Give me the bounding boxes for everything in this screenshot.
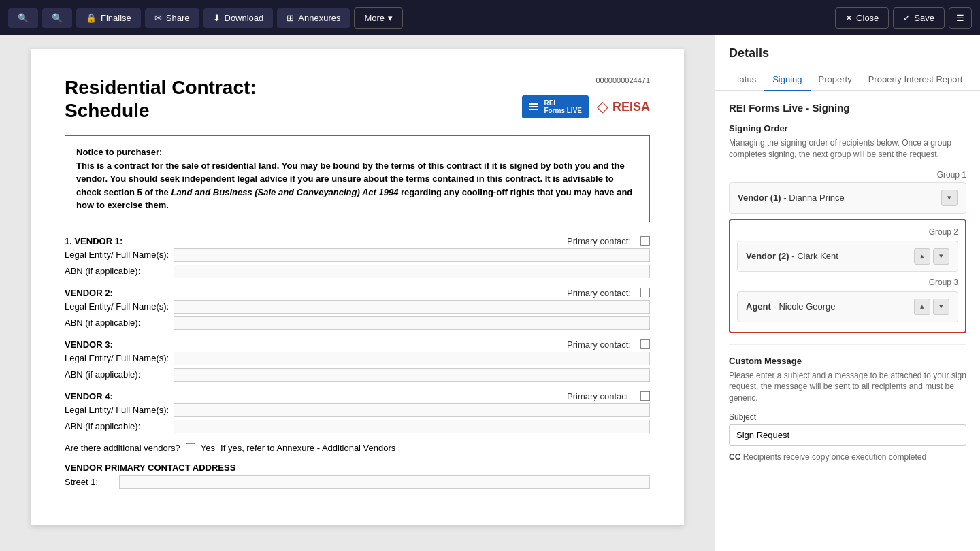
abn-label-1: ABN (if applicable): bbox=[65, 266, 174, 276]
vendor-4-abn-input[interactable] bbox=[174, 420, 650, 433]
vendor-4-block: VENDOR 4: Primary contact: Legal Entity/… bbox=[65, 391, 650, 433]
vendor-2-legal-input[interactable] bbox=[174, 300, 650, 314]
vendor-1-primary-checkbox[interactable] bbox=[640, 236, 650, 246]
sidebar-title: Details bbox=[729, 46, 966, 61]
rei-forms-logo: REIForms LIVE bbox=[522, 95, 589, 118]
save-button[interactable]: ✓ Save bbox=[893, 7, 945, 29]
tab-property[interactable]: Property bbox=[811, 69, 860, 91]
document-header: Residential Contract: Schedule 000000002… bbox=[65, 76, 650, 122]
custom-message-section: Custom Message Please enter a subject an… bbox=[729, 344, 966, 462]
sidebar-content: REI Forms Live - Signing Signing Order M… bbox=[715, 91, 980, 473]
notice-box: Notice to purchaser: This is a contract … bbox=[65, 135, 650, 222]
vendor-1-down-arrow[interactable]: ▾ bbox=[941, 190, 958, 206]
chevron-down-icon: ▾ bbox=[388, 13, 393, 23]
vendor-3-primary-checkbox[interactable] bbox=[640, 339, 650, 349]
vendor-1-block: 1. VENDOR 1: Primary contact: Legal Enti… bbox=[65, 236, 650, 278]
annexure-label: If yes, refer to Annexure - Additional V… bbox=[220, 443, 395, 453]
hamburger-icon: ☰ bbox=[956, 13, 964, 23]
vendor-4-primary-contact: Primary contact: bbox=[567, 391, 650, 401]
vendor-1-abn-input[interactable] bbox=[174, 265, 650, 278]
vendor-2-block: VENDOR 2: Primary contact: Legal Entity/… bbox=[65, 288, 650, 330]
vendor-2-down-arrow[interactable]: ▾ bbox=[933, 248, 949, 265]
subject-input[interactable] bbox=[729, 424, 966, 446]
legal-entity-label-3: Legal Entity/ Full Name(s): bbox=[65, 353, 174, 363]
document-area: Residential Contract: Schedule 000000002… bbox=[0, 35, 715, 551]
street-input[interactable] bbox=[119, 475, 650, 489]
custom-message-title: Custom Message bbox=[729, 356, 966, 366]
street-label: Street 1: bbox=[65, 477, 119, 487]
vendor-1-legal-input[interactable] bbox=[174, 248, 650, 262]
yes-label: Yes bbox=[201, 443, 215, 453]
vendor-2-recipient-name: Vendor (2) - Clark Kent bbox=[746, 251, 838, 261]
tab-status[interactable]: tatus bbox=[729, 69, 764, 91]
download-icon: ⬇ bbox=[213, 13, 220, 23]
subject-label: Subject bbox=[729, 412, 966, 422]
vendor-1-arrows: ▾ bbox=[941, 190, 958, 206]
share-button[interactable]: ✉ Share bbox=[145, 8, 199, 28]
legal-entity-label-4: Legal Entity/ Full Name(s): bbox=[65, 405, 174, 415]
agent-recipient-name: Agent - Nicole George bbox=[746, 301, 836, 312]
vendor-4-legal-row: Legal Entity/ Full Name(s): bbox=[65, 403, 650, 417]
close-label: Close bbox=[856, 13, 879, 23]
vendor-4-legal-input[interactable] bbox=[174, 403, 650, 417]
vendor-3-legal-input[interactable] bbox=[174, 352, 650, 365]
share-label: Share bbox=[166, 13, 190, 23]
vendor-1-primary-contact: Primary contact: bbox=[567, 236, 650, 246]
sidebar: Details tatus Signing Property Property … bbox=[715, 35, 980, 551]
cc-label: CC bbox=[729, 452, 740, 462]
vendor-1-recipient-name: Vendor (1) - Dianna Prince bbox=[738, 193, 845, 203]
sidebar-tabs: tatus Signing Property Property Interest… bbox=[715, 69, 980, 91]
vendor-4-label: VENDOR 4: bbox=[65, 391, 174, 401]
search-button[interactable]: 🔍 bbox=[8, 8, 38, 28]
vendor-2-abn-input[interactable] bbox=[174, 316, 650, 330]
signing-order-title: Signing Order bbox=[729, 123, 966, 133]
vendor-2-abn-row: ABN (if applicable): bbox=[65, 316, 650, 330]
additional-vendors-checkbox[interactable] bbox=[186, 443, 195, 452]
title-text: Residential Contract: Schedule bbox=[65, 76, 257, 122]
check-icon: ✓ bbox=[903, 13, 911, 23]
lock-icon: 🔒 bbox=[86, 13, 97, 23]
group-2-3-container: Group 2 Vendor (2) - Clark Kent ▴ ▾ Grou… bbox=[729, 219, 966, 333]
tab-property-interest-report[interactable]: Property Interest Report bbox=[860, 69, 971, 91]
vendor-2-primary-contact: Primary contact: bbox=[567, 288, 650, 298]
download-label: Download bbox=[225, 13, 264, 23]
more-button[interactable]: More ▾ bbox=[354, 7, 403, 29]
vendor-3-abn-input[interactable] bbox=[174, 368, 650, 382]
annexures-button[interactable]: ⊞ Annexures bbox=[277, 8, 350, 28]
street-row: Street 1: bbox=[65, 475, 650, 489]
vendor-4-row: VENDOR 4: Primary contact: bbox=[65, 391, 650, 401]
vendor-4-primary-checkbox[interactable] bbox=[640, 391, 650, 401]
agent-up-arrow[interactable]: ▴ bbox=[914, 299, 930, 315]
vendor-2-recipient-row: Vendor (2) - Clark Kent ▴ ▾ bbox=[737, 241, 958, 272]
abn-label-3: ABN (if applicable): bbox=[65, 369, 174, 380]
zoom-icon: 🔍 bbox=[52, 13, 63, 23]
vendor-2-up-arrow[interactable]: ▴ bbox=[914, 248, 930, 265]
group-3-block: Group 3 Agent - Nicole George ▴ ▾ bbox=[737, 278, 958, 322]
additional-vendors-label: Are there additional vendors? bbox=[65, 443, 180, 453]
download-button[interactable]: ⬇ Download bbox=[203, 8, 274, 28]
sidebar-section-title: REI Forms Live - Signing bbox=[729, 102, 966, 114]
tab-signing[interactable]: Signing bbox=[764, 69, 810, 91]
legal-entity-label-1: Legal Entity/ Full Name(s): bbox=[65, 250, 174, 260]
vendor-3-legal-row: Legal Entity/ Full Name(s): bbox=[65, 352, 650, 365]
finalise-label: Finalise bbox=[101, 13, 131, 23]
share-icon: ✉ bbox=[154, 13, 162, 23]
legal-entity-label-2: Legal Entity/ Full Name(s): bbox=[65, 301, 174, 312]
document-logos: 0000000024471 REIForms LIVE ◇ REISA bbox=[522, 76, 650, 118]
agent-down-arrow[interactable]: ▾ bbox=[933, 299, 949, 315]
additional-vendors-row: Are there additional vendors? Yes If yes… bbox=[65, 443, 650, 453]
ref-number: 0000000024471 bbox=[595, 76, 650, 84]
close-button[interactable]: ✕ Close bbox=[835, 7, 889, 29]
zoom-button[interactable]: 🔍 bbox=[42, 8, 72, 28]
vendor-3-abn-row: ABN (if applicable): bbox=[65, 368, 650, 382]
vendor-2-primary-checkbox[interactable] bbox=[640, 288, 650, 297]
annexures-icon: ⊞ bbox=[287, 13, 294, 23]
hamburger-button[interactable]: ☰ bbox=[949, 7, 972, 29]
cc-desc-text: Recipients receive copy once execution c… bbox=[743, 452, 926, 462]
custom-message-desc: Please enter a subject and a message to … bbox=[729, 370, 966, 404]
document-title: Residential Contract: Schedule bbox=[65, 76, 257, 122]
toolbar-right: ✕ Close ✓ Save ☰ bbox=[835, 7, 972, 29]
vendor-2-row: VENDOR 2: Primary contact: bbox=[65, 288, 650, 298]
finalise-button[interactable]: 🔒 Finalise bbox=[76, 8, 141, 28]
group-1-block: Group 1 Vendor (1) - Dianna Prince ▾ bbox=[729, 170, 966, 214]
